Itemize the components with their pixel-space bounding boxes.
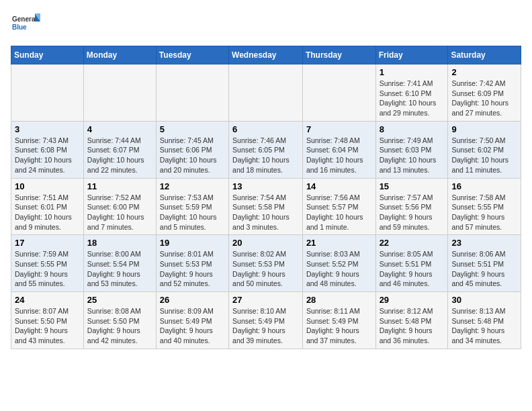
day-info: Sunrise: 7:41 AM Sunset: 6:10 PM Dayligh… bbox=[380, 79, 445, 118]
day-info: Sunrise: 7:52 AM Sunset: 6:00 PM Dayligh… bbox=[87, 193, 152, 232]
calendar-cell: 17Sunrise: 7:59 AM Sunset: 5:55 PM Dayli… bbox=[11, 235, 84, 292]
day-info: Sunrise: 7:56 AM Sunset: 5:57 PM Dayligh… bbox=[306, 193, 372, 232]
day-info: Sunrise: 7:58 AM Sunset: 5:55 PM Dayligh… bbox=[451, 193, 517, 232]
calendar-week-row: 10Sunrise: 7:51 AM Sunset: 6:01 PM Dayli… bbox=[11, 178, 521, 235]
day-info: Sunrise: 8:07 AM Sunset: 5:50 PM Dayligh… bbox=[15, 306, 80, 346]
day-number: 2 bbox=[451, 67, 517, 77]
day-info: Sunrise: 7:57 AM Sunset: 5:56 PM Dayligh… bbox=[380, 193, 445, 232]
day-info: Sunrise: 8:05 AM Sunset: 5:51 PM Dayligh… bbox=[380, 249, 445, 289]
day-of-week-header: Thursday bbox=[302, 46, 375, 64]
day-of-week-header: Friday bbox=[375, 46, 448, 64]
day-number: 24 bbox=[15, 295, 80, 305]
day-number: 18 bbox=[87, 238, 152, 248]
day-number: 10 bbox=[15, 181, 80, 191]
day-number: 3 bbox=[15, 124, 80, 134]
calendar-cell bbox=[229, 64, 303, 122]
logo: General Blue bbox=[11, 11, 40, 40]
day-number: 14 bbox=[306, 181, 372, 191]
day-number: 25 bbox=[87, 295, 152, 305]
day-info: Sunrise: 7:50 AM Sunset: 6:02 PM Dayligh… bbox=[451, 136, 517, 175]
day-number: 13 bbox=[232, 181, 299, 191]
day-info: Sunrise: 7:51 AM Sunset: 6:01 PM Dayligh… bbox=[15, 193, 80, 232]
calendar-cell bbox=[11, 64, 84, 122]
calendar-cell: 16Sunrise: 7:58 AM Sunset: 5:55 PM Dayli… bbox=[448, 178, 521, 235]
calendar-cell: 15Sunrise: 7:57 AM Sunset: 5:56 PM Dayli… bbox=[375, 178, 448, 235]
calendar-cell: 30Sunrise: 8:13 AM Sunset: 5:48 PM Dayli… bbox=[448, 292, 521, 349]
day-number: 28 bbox=[306, 295, 372, 305]
calendar-week-row: 3Sunrise: 7:43 AM Sunset: 6:08 PM Daylig… bbox=[11, 121, 521, 178]
day-number: 8 bbox=[380, 124, 445, 134]
calendar-cell: 19Sunrise: 8:01 AM Sunset: 5:53 PM Dayli… bbox=[156, 235, 228, 292]
calendar-cell: 6Sunrise: 7:46 AM Sunset: 6:05 PM Daylig… bbox=[229, 121, 303, 178]
calendar-cell bbox=[83, 64, 156, 122]
day-info: Sunrise: 7:45 AM Sunset: 6:06 PM Dayligh… bbox=[160, 136, 225, 175]
day-number: 5 bbox=[160, 124, 225, 134]
calendar-cell: 25Sunrise: 8:08 AM Sunset: 5:50 PM Dayli… bbox=[83, 292, 156, 349]
day-number: 21 bbox=[306, 238, 372, 248]
day-info: Sunrise: 7:48 AM Sunset: 6:04 PM Dayligh… bbox=[306, 136, 372, 175]
calendar-cell: 24Sunrise: 8:07 AM Sunset: 5:50 PM Dayli… bbox=[11, 292, 84, 349]
calendar-cell: 28Sunrise: 8:11 AM Sunset: 5:49 PM Dayli… bbox=[302, 292, 375, 349]
calendar-header-row: SundayMondayTuesdayWednesdayThursdayFrid… bbox=[11, 46, 521, 64]
day-number: 23 bbox=[451, 238, 517, 248]
day-info: Sunrise: 8:01 AM Sunset: 5:53 PM Dayligh… bbox=[160, 249, 225, 289]
day-number: 15 bbox=[380, 181, 445, 191]
day-info: Sunrise: 7:42 AM Sunset: 6:09 PM Dayligh… bbox=[451, 79, 517, 118]
day-info: Sunrise: 7:43 AM Sunset: 6:08 PM Dayligh… bbox=[15, 136, 80, 175]
day-info: Sunrise: 7:49 AM Sunset: 6:03 PM Dayligh… bbox=[380, 136, 445, 175]
day-info: Sunrise: 8:11 AM Sunset: 5:49 PM Dayligh… bbox=[306, 306, 372, 346]
day-number: 6 bbox=[232, 124, 299, 134]
calendar-cell: 18Sunrise: 8:00 AM Sunset: 5:54 PM Dayli… bbox=[83, 235, 156, 292]
day-number: 11 bbox=[87, 181, 152, 191]
day-number: 4 bbox=[87, 124, 152, 134]
day-number: 17 bbox=[15, 238, 80, 248]
day-info: Sunrise: 8:06 AM Sunset: 5:51 PM Dayligh… bbox=[451, 249, 517, 289]
day-info: Sunrise: 8:00 AM Sunset: 5:54 PM Dayligh… bbox=[87, 249, 152, 289]
day-number: 12 bbox=[160, 181, 225, 191]
calendar-cell bbox=[302, 64, 375, 122]
day-of-week-header: Monday bbox=[83, 46, 156, 64]
calendar-cell: 22Sunrise: 8:05 AM Sunset: 5:51 PM Dayli… bbox=[375, 235, 448, 292]
calendar-cell: 4Sunrise: 7:44 AM Sunset: 6:07 PM Daylig… bbox=[83, 121, 156, 178]
calendar-week-row: 1Sunrise: 7:41 AM Sunset: 6:10 PM Daylig… bbox=[11, 64, 521, 122]
day-number: 7 bbox=[306, 124, 372, 134]
day-info: Sunrise: 8:12 AM Sunset: 5:48 PM Dayligh… bbox=[380, 306, 445, 346]
day-info: Sunrise: 7:46 AM Sunset: 6:05 PM Dayligh… bbox=[232, 136, 299, 175]
calendar-cell: 11Sunrise: 7:52 AM Sunset: 6:00 PM Dayli… bbox=[83, 178, 156, 235]
day-info: Sunrise: 7:44 AM Sunset: 6:07 PM Dayligh… bbox=[87, 136, 152, 175]
day-number: 9 bbox=[451, 124, 517, 134]
calendar-cell: 23Sunrise: 8:06 AM Sunset: 5:51 PM Dayli… bbox=[448, 235, 521, 292]
svg-text:Blue: Blue bbox=[12, 24, 27, 31]
calendar-week-row: 17Sunrise: 7:59 AM Sunset: 5:55 PM Dayli… bbox=[11, 235, 521, 292]
day-number: 19 bbox=[160, 238, 225, 248]
day-info: Sunrise: 8:10 AM Sunset: 5:49 PM Dayligh… bbox=[232, 306, 299, 346]
day-number: 26 bbox=[160, 295, 225, 305]
calendar-cell: 13Sunrise: 7:54 AM Sunset: 5:58 PM Dayli… bbox=[229, 178, 303, 235]
calendar-cell: 3Sunrise: 7:43 AM Sunset: 6:08 PM Daylig… bbox=[11, 121, 84, 178]
calendar-cell: 5Sunrise: 7:45 AM Sunset: 6:06 PM Daylig… bbox=[156, 121, 228, 178]
calendar-cell: 9Sunrise: 7:50 AM Sunset: 6:02 PM Daylig… bbox=[448, 121, 521, 178]
day-info: Sunrise: 8:02 AM Sunset: 5:53 PM Dayligh… bbox=[232, 249, 299, 289]
day-of-week-header: Tuesday bbox=[156, 46, 228, 64]
calendar-cell: 27Sunrise: 8:10 AM Sunset: 5:49 PM Dayli… bbox=[229, 292, 303, 349]
day-number: 30 bbox=[451, 295, 517, 305]
calendar-week-row: 24Sunrise: 8:07 AM Sunset: 5:50 PM Dayli… bbox=[11, 292, 521, 349]
calendar-cell: 20Sunrise: 8:02 AM Sunset: 5:53 PM Dayli… bbox=[229, 235, 303, 292]
day-number: 29 bbox=[380, 295, 445, 305]
calendar-table: SundayMondayTuesdayWednesdayThursdayFrid… bbox=[11, 46, 521, 349]
calendar-cell: 29Sunrise: 8:12 AM Sunset: 5:48 PM Dayli… bbox=[375, 292, 448, 349]
day-number: 20 bbox=[232, 238, 299, 248]
svg-text:General: General bbox=[12, 15, 37, 23]
day-info: Sunrise: 7:53 AM Sunset: 5:59 PM Dayligh… bbox=[160, 193, 225, 232]
calendar-cell: 10Sunrise: 7:51 AM Sunset: 6:01 PM Dayli… bbox=[11, 178, 84, 235]
day-info: Sunrise: 7:59 AM Sunset: 5:55 PM Dayligh… bbox=[15, 249, 80, 289]
calendar-cell: 14Sunrise: 7:56 AM Sunset: 5:57 PM Dayli… bbox=[302, 178, 375, 235]
logo-svg: General Blue bbox=[11, 11, 40, 40]
day-number: 22 bbox=[380, 238, 445, 248]
day-number: 27 bbox=[232, 295, 299, 305]
calendar-cell: 2Sunrise: 7:42 AM Sunset: 6:09 PM Daylig… bbox=[448, 64, 521, 122]
day-info: Sunrise: 8:09 AM Sunset: 5:49 PM Dayligh… bbox=[160, 306, 225, 346]
calendar-cell: 8Sunrise: 7:49 AM Sunset: 6:03 PM Daylig… bbox=[375, 121, 448, 178]
day-number: 1 bbox=[380, 67, 445, 77]
calendar-cell: 7Sunrise: 7:48 AM Sunset: 6:04 PM Daylig… bbox=[302, 121, 375, 178]
